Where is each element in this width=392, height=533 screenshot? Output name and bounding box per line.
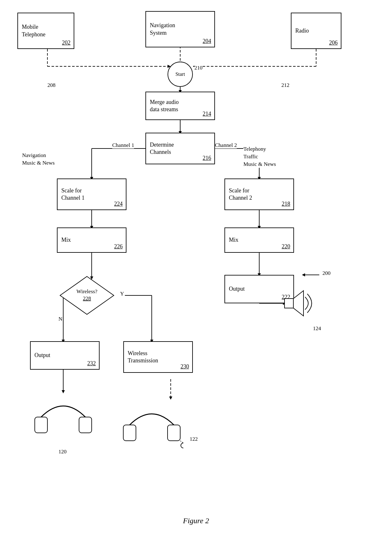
scale-channel2-box: Scale for Channel 2 218 bbox=[224, 179, 294, 210]
wireless-tx-box: Wireless Transmission 230 bbox=[123, 341, 193, 373]
mobile-telephone-label: Mobile Telephone bbox=[22, 23, 70, 38]
mix2-ref: 220 bbox=[282, 243, 290, 250]
output2-label: Output bbox=[229, 285, 290, 293]
ref212-label: 212 bbox=[281, 82, 290, 88]
scale-channel1-label: Scale for Channel 1 bbox=[61, 187, 122, 202]
wireless-y-label: Y bbox=[120, 291, 124, 297]
svg-line-53 bbox=[180, 441, 183, 443]
scale-channel1-box: Scale for Channel 1 224 bbox=[57, 179, 126, 210]
merge-audio-ref: 214 bbox=[203, 110, 211, 118]
svg-rect-51 bbox=[168, 425, 180, 441]
mix2-box: Mix 220 bbox=[224, 227, 294, 253]
ref208-label: 208 bbox=[47, 82, 56, 88]
mix1-label: Mix bbox=[61, 236, 122, 244]
svg-text:Wireless?: Wireless? bbox=[77, 288, 97, 294]
mix1-ref: 226 bbox=[114, 243, 123, 250]
mix1-box: Mix 226 bbox=[57, 227, 126, 253]
start-label: Start bbox=[175, 71, 185, 77]
scale-channel1-ref: 224 bbox=[114, 200, 123, 208]
output1-ref: 232 bbox=[87, 360, 96, 367]
wireless-tx-label: Wireless Transmission bbox=[128, 350, 188, 365]
determine-channels-box: Determine Channels 216 bbox=[145, 133, 215, 164]
ref120-label: 120 bbox=[58, 449, 67, 455]
determine-channels-label: Determine Channels bbox=[150, 141, 211, 156]
navigation-system-ref: 204 bbox=[203, 38, 211, 45]
mobile-telephone-ref: 202 bbox=[62, 39, 70, 46]
radio-box: Radio 206 bbox=[291, 13, 341, 49]
ref122-label: 122 bbox=[190, 436, 198, 442]
wireless-n-label: N bbox=[58, 316, 62, 322]
svg-marker-40 bbox=[302, 273, 305, 276]
channel1-label: Channel 1 bbox=[112, 142, 134, 148]
radio-ref: 206 bbox=[329, 39, 338, 46]
figure-caption: Figure 2 bbox=[0, 512, 392, 530]
svg-marker-36 bbox=[169, 397, 172, 400]
start-node: Start bbox=[168, 62, 193, 87]
telephony-label: Telephony Traffic Music & News bbox=[243, 145, 276, 168]
svg-rect-46 bbox=[35, 417, 47, 433]
diagram: Mobile Telephone 202 Navigation System 2… bbox=[0, 0, 392, 512]
ref200-label: 200 bbox=[322, 270, 331, 276]
scale-channel2-ref: 218 bbox=[282, 200, 290, 208]
start-ref: 210 bbox=[194, 65, 203, 71]
svg-rect-50 bbox=[123, 425, 136, 441]
merge-audio-box: Merge audio data streams 214 bbox=[145, 92, 215, 120]
nav-music-news-label: Navigation Music & News bbox=[22, 152, 55, 167]
svg-marker-45 bbox=[293, 291, 303, 316]
channel2-label: Channel 2 bbox=[215, 142, 237, 148]
svg-rect-44 bbox=[285, 299, 293, 308]
svg-text:228: 228 bbox=[83, 295, 91, 301]
radio-label: Radio bbox=[295, 27, 337, 34]
mobile-telephone-box: Mobile Telephone 202 bbox=[17, 13, 74, 49]
navigation-system-box: Navigation System 204 bbox=[145, 11, 215, 47]
mix2-label: Mix bbox=[229, 236, 290, 244]
headphones-left-icon bbox=[32, 392, 95, 442]
svg-rect-47 bbox=[79, 417, 92, 433]
navigation-system-label: Navigation System bbox=[150, 22, 211, 37]
output1-label: Output bbox=[34, 352, 95, 359]
wireless-tx-ref: 230 bbox=[181, 363, 189, 370]
determine-channels-ref: 216 bbox=[203, 154, 211, 162]
scale-channel2-label: Scale for Channel 2 bbox=[229, 187, 290, 202]
wireless-diamond: Wireless? 228 bbox=[58, 275, 115, 316]
headphones-right-icon bbox=[120, 400, 183, 450]
output1-box: Output 232 bbox=[30, 341, 100, 370]
svg-point-52 bbox=[181, 443, 183, 448]
speaker-icon bbox=[281, 288, 313, 319]
merge-audio-label: Merge audio data streams bbox=[150, 99, 211, 113]
ref124-label: 124 bbox=[313, 325, 321, 332]
